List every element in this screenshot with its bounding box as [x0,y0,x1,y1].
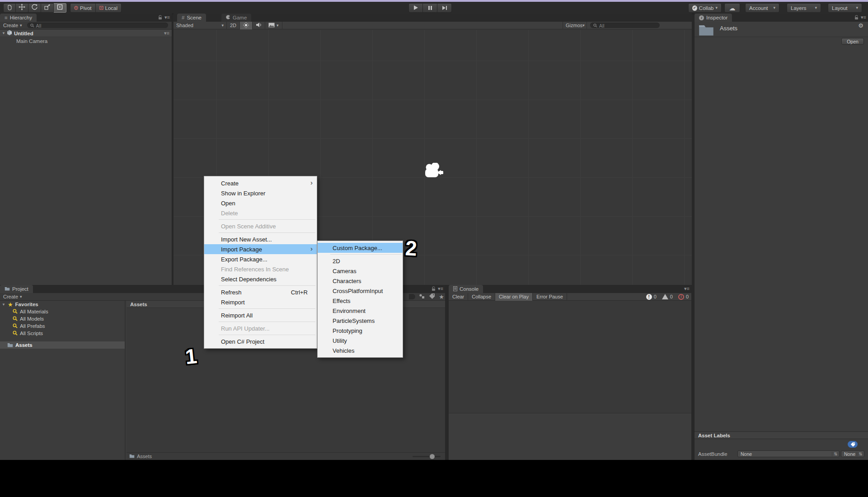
pivot-local-group: Pivot Local [70,3,122,13]
hierarchy-lock-icon[interactable] [158,15,162,20]
favorite-all-models[interactable]: All Models [0,315,125,322]
project-search-field-end[interactable] [409,294,415,299]
submenu-item-label: CrossPlatformInput [333,288,383,294]
hierarchy-panel-menu-icon[interactable]: ▾≡ [164,14,170,20]
pivot-toggle-button[interactable]: Pivot [70,3,96,13]
inspector-lock-icon[interactable] [854,15,859,20]
local-toggle-button[interactable]: Local [96,3,122,13]
hierarchy-search-input[interactable]: All [27,23,168,28]
favorite-all-prefabs[interactable]: All Prefabs [0,322,125,330]
save-search-star-icon[interactable]: ★ [439,294,444,300]
submenu-item-cameras[interactable]: Cameras [318,266,403,276]
submenu-item-label: Vehicles [333,347,354,354]
submenu-item-characters[interactable]: Characters [318,276,403,286]
step-button[interactable] [437,3,452,13]
console-tab[interactable]: Console [449,285,483,293]
play-button[interactable] [408,3,423,13]
menu-item-reimport-all[interactable]: Reimport All [204,310,317,320]
step-icon [442,4,447,12]
assetbundle-dropdown[interactable]: None ⇅ [737,450,840,457]
info-count-icon[interactable]: ! [646,294,652,300]
menu-item-show-in-explorer[interactable]: Show in Explorer [204,188,317,198]
console-collapse-toggle[interactable]: Collapse [468,293,495,301]
thumbnail-size-slider[interactable] [413,456,441,457]
hand-tool-button[interactable] [3,3,16,13]
account-dropdown[interactable]: Account ▾ [745,3,779,13]
shading-mode-dropdown[interactable]: Shaded ▾ [174,22,227,29]
favorite-all-scripts[interactable]: All Scripts [0,330,125,337]
favorites-foldout[interactable]: ▼ ★ Favorites [0,301,125,308]
scene-search-input[interactable]: All [590,23,660,28]
project-tree-assets[interactable]: Assets [0,341,125,349]
submenu-item-crossplatforminput[interactable]: CrossPlatformInput [318,286,403,296]
hierarchy-item-main-camera[interactable]: Main Camera [0,38,172,45]
console-panel-menu-icon[interactable]: ▾≡ [684,286,690,292]
console-error-pause-toggle[interactable]: Error Pause [533,293,567,301]
slider-knob[interactable] [430,454,435,459]
scene-row-menu-icon[interactable]: ▾≡ [164,30,172,36]
submenu-item-label: Environment [333,308,366,314]
scene-effects-dropdown[interactable]: ▾ [265,22,282,29]
submenu-item-prototyping[interactable]: Prototyping [318,326,403,336]
menu-item-import-package[interactable]: Import Package › [204,244,317,254]
project-panel-menu-icon[interactable]: ▾≡ [438,286,443,292]
submenu-item-vehicles[interactable]: Vehicles [318,346,403,355]
inspector-tab[interactable]: i Inspector [694,14,732,22]
asset-label-tag-button[interactable] [848,441,858,448]
menu-item-delete: Delete [204,208,317,218]
menu-item-open-csharp-project[interactable]: Open C# Project [204,336,317,346]
menu-item-reimport[interactable]: Reimport [204,297,317,307]
console-clear-button[interactable]: Clear [449,293,468,301]
menu-item-export-package[interactable]: Export Package... [204,254,317,264]
scene-foldout-icon[interactable]: ▼ [0,31,7,35]
project-create-button[interactable]: Create ▾ [0,293,25,301]
menu-item-select-dependencies[interactable]: Select Dependencies [204,274,317,284]
hierarchy-create-button[interactable]: Create ▾ [0,22,25,29]
rect-tool-button[interactable] [54,3,66,13]
error-count-icon[interactable]: ! [678,294,684,300]
console-clear-on-play-toggle[interactable]: Clear on Play [495,293,533,301]
search-filter-icon [13,309,18,315]
scene-row-untitled[interactable]: ▼ Untitled ▾≡ [0,30,172,37]
submenu-item-2d[interactable]: 2D [318,256,403,266]
submenu-item-utility[interactable]: Utility [318,336,403,346]
2d-toggle-button[interactable]: 2D [227,22,240,29]
scene-tab[interactable]: # Scene [177,14,206,22]
open-button[interactable]: Open [841,38,864,45]
submenu-item-effects[interactable]: Effects [318,296,403,306]
favorites-foldout-icon[interactable]: ▼ [2,303,5,307]
scene-audio-toggle[interactable] [253,22,265,29]
camera-gizmo-icon[interactable] [423,163,444,182]
submenu-item-environment[interactable]: Environment [318,306,403,316]
gear-icon[interactable]: ⚙ [858,22,863,29]
rotate-tool-button[interactable] [28,3,41,13]
hierarchy-tab[interactable]: ≡ Hierarchy [0,14,37,22]
pause-button[interactable] [423,3,437,13]
submenu-item-particlesystems[interactable]: ParticleSystems [318,316,403,326]
game-tab[interactable]: Game [221,14,251,22]
assetbundle-variant-dropdown[interactable]: None ⇅ [841,450,864,457]
menu-item-create[interactable]: Create › [204,178,317,188]
favorite-all-materials[interactable]: All Materials [0,308,125,315]
scene-lighting-toggle[interactable] [240,22,253,29]
menu-item-import-new-asset[interactable]: Import New Asset... [204,234,317,244]
menu-item-refresh[interactable]: Refresh Ctrl+R [204,287,317,297]
menu-item-open[interactable]: Open [204,198,317,208]
submenu-item-custom-package[interactable]: Custom Package... [318,243,403,253]
warning-count-icon[interactable] [662,294,668,299]
cloud-button[interactable]: ☁ [724,3,740,13]
submenu-item-label: 2D [333,258,340,265]
inspector-panel: i Inspector ▾≡ Assets ⚙ Open Asset Label… [694,14,868,460]
layers-dropdown[interactable]: Layers ▾ [787,3,821,13]
project-tab[interactable]: Project [0,285,33,293]
layout-dropdown[interactable]: Layout ▾ [828,3,862,13]
collab-dropdown[interactable]: ✔ Collab ▾ [688,3,722,13]
search-by-type-icon[interactable] [419,293,425,300]
project-lock-icon[interactable] [432,286,436,291]
gizmos-dropdown[interactable]: Gizmos ▾ [563,22,587,29]
submenu-item-label: ParticleSystems [333,317,375,324]
inspector-panel-menu-icon[interactable]: ▾≡ [861,14,866,20]
move-tool-button[interactable] [16,3,28,13]
scale-tool-button[interactable] [41,3,54,13]
search-by-label-icon[interactable] [429,293,435,300]
